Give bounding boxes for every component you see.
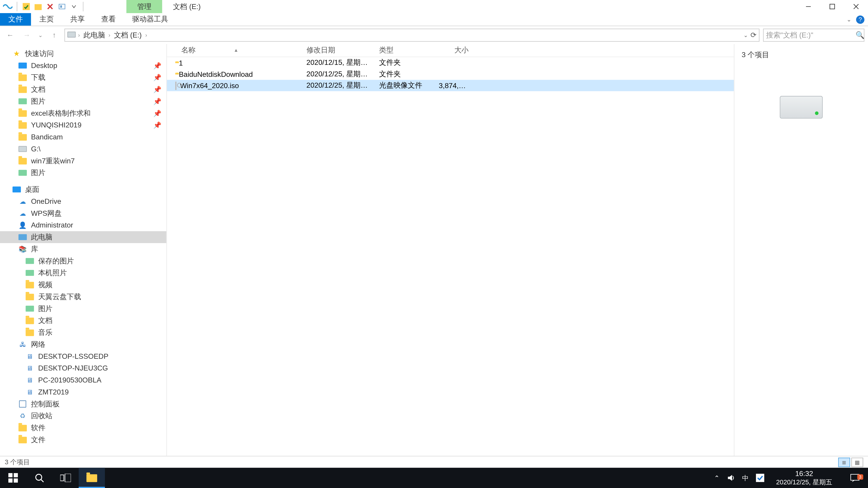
ribbon-tab-file[interactable]: 文件 <box>0 13 31 26</box>
drive-icon <box>18 144 27 154</box>
tree-label: Administrator <box>31 221 73 229</box>
tree-library-item[interactable]: 本机照片 <box>0 267 166 279</box>
folder-icon <box>25 292 35 301</box>
breadcrumb-segment[interactable]: 文档 (E:) <box>113 30 143 40</box>
context-tab-manage[interactable]: 管理 <box>126 0 162 13</box>
tree-network[interactable]: 🖧 网络 <box>0 338 166 350</box>
search-icon[interactable]: 🔍 <box>856 31 865 39</box>
search-box[interactable]: 🔍 <box>763 29 864 42</box>
ribbon-tab-view[interactable]: 查看 <box>93 13 124 26</box>
tree-library-item[interactable]: 天翼云盘下载 <box>0 291 166 303</box>
drive-large-icon <box>780 96 823 119</box>
tree-quick-item[interactable]: 图片 <box>0 167 166 179</box>
ribbon-tab-share[interactable]: 共享 <box>62 13 93 26</box>
tree-desktop-item[interactable]: 📚库 <box>0 243 166 255</box>
taskbar-explorer-button[interactable] <box>79 468 105 488</box>
app-icon[interactable] <box>2 1 13 12</box>
tree-desktop-item[interactable]: ☁WPS网盘 <box>0 207 166 219</box>
tray-ime-indicator[interactable]: 中 <box>742 473 749 482</box>
tree-item[interactable]: 软件 <box>0 422 166 434</box>
tree-quick-item[interactable]: G:\ <box>0 143 166 155</box>
breadcrumb[interactable]: › 此电脑 › 文档 (E:) › ⌄ ⟳ <box>64 29 760 42</box>
ribbon-tab-drive-tools[interactable]: 驱动器工具 <box>124 13 177 26</box>
tree-quick-item[interactable]: 下载📌 <box>0 71 166 84</box>
tree-network-item[interactable]: 🖥ZMT2019 <box>0 386 166 398</box>
tree-quick-access[interactable]: ★ 快速访问 <box>0 48 166 60</box>
tree-desktop-item[interactable]: 此电脑 <box>0 231 166 243</box>
tree-network-item[interactable]: 🖥PC-20190530OBLA <box>0 374 166 386</box>
view-thumbnails-button[interactable]: ▦ <box>851 457 863 467</box>
minimize-button[interactable] <box>797 0 820 13</box>
tree-label: Bandicam <box>31 133 63 141</box>
tree-desktop-item[interactable]: ☁OneDrive <box>0 195 166 207</box>
tray-volume-icon[interactable] <box>726 474 735 482</box>
ribbon-collapse-icon[interactable]: ⌄ <box>846 16 851 23</box>
tree-library-item[interactable]: 保存的图片 <box>0 255 166 267</box>
tree-network-item[interactable]: 🖥DESKTOP-NJEU3CG <box>0 362 166 375</box>
taskbar-search-button[interactable] <box>26 468 53 488</box>
taskbar-date: 2020/12/25, 星期五 <box>776 478 832 486</box>
folder-icon <box>18 132 27 142</box>
column-header-type[interactable]: 类型 <box>373 45 433 55</box>
network-icon: 🖧 <box>18 339 27 349</box>
ribbon-tab-home[interactable]: 主页 <box>31 13 62 26</box>
tree-item[interactable]: ♻回收站 <box>0 410 166 422</box>
tree-desktop-root[interactable]: 桌面 <box>0 184 166 195</box>
chevron-right-icon[interactable]: › <box>107 32 112 38</box>
nav-history-dropdown[interactable]: ⌄ <box>37 29 44 42</box>
tree-quick-item[interactable]: YUNQISHI2019📌 <box>0 119 166 131</box>
column-header-date[interactable]: 修改日期 <box>301 45 373 55</box>
taskbar-clock[interactable]: 16:32 2020/12/25, 星期五 <box>771 470 837 486</box>
qat-separator-2 <box>83 2 84 11</box>
tree-network-item[interactable]: 🖥DESKTOP-LSSOEDP <box>0 350 166 362</box>
column-header-name[interactable]: 名称 ▲ <box>167 45 301 55</box>
nav-forward-button[interactable]: → <box>20 29 33 42</box>
tree-library-item[interactable]: 文档 <box>0 315 166 327</box>
close-button[interactable] <box>844 0 868 13</box>
qat-dropdown-icon[interactable] <box>68 1 79 12</box>
qat-rename-icon[interactable] <box>57 1 67 12</box>
tree-desktop-item[interactable]: 👤Administrator <box>0 219 166 231</box>
tree-quick-item[interactable]: 图片📌 <box>0 95 166 107</box>
tree-item[interactable]: 文件 <box>0 434 166 446</box>
refresh-icon[interactable]: ⟳ <box>750 31 756 39</box>
breadcrumb-segment[interactable]: 此电脑 <box>82 30 106 40</box>
action-center-button[interactable]: 3 <box>844 474 866 482</box>
tree-label: 图片 <box>38 304 53 314</box>
tree-label: 图片 <box>31 96 45 106</box>
tray-app-icon[interactable] <box>756 474 764 482</box>
tree-quick-item[interactable]: Desktop📌 <box>0 60 166 72</box>
folder-icon <box>18 156 27 166</box>
start-button[interactable] <box>0 468 26 488</box>
view-details-button[interactable]: ≣ <box>838 457 850 467</box>
breadcrumb-dropdown-icon[interactable]: ⌄ <box>743 32 748 38</box>
network-icon: 🖥 <box>25 376 35 385</box>
tree-label: OneDrive <box>31 197 61 205</box>
tree-library-item[interactable]: 图片 <box>0 303 166 315</box>
file-row[interactable]: BaiduNetdiskDownload2020/12/25, 星期五 1...… <box>167 68 734 80</box>
search-input[interactable] <box>766 31 856 39</box>
tray-overflow-icon[interactable]: ⌃ <box>714 474 719 482</box>
qat-properties-icon[interactable] <box>21 1 31 12</box>
chevron-right-icon[interactable]: › <box>144 32 148 38</box>
svg-rect-6 <box>14 473 18 477</box>
tree-library-item[interactable]: 音乐 <box>0 326 166 338</box>
task-view-button[interactable] <box>53 468 79 488</box>
file-row[interactable]: 12020/12/15, 星期二 1...文件夹 <box>167 57 734 68</box>
tree-quick-item[interactable]: win7重装win7 <box>0 155 166 167</box>
qat-delete-icon[interactable] <box>45 1 55 12</box>
navigation-tree[interactable]: ★ 快速访问 Desktop📌下载📌文档📌图片📌excel表格制作求和📌YUNQ… <box>0 44 167 456</box>
nav-back-button[interactable]: ← <box>4 29 17 42</box>
chevron-right-icon[interactable]: › <box>77 32 81 38</box>
maximize-button[interactable] <box>820 0 844 13</box>
tree-library-item[interactable]: 视频 <box>0 279 166 291</box>
tree-quick-item[interactable]: 文档📌 <box>0 84 166 95</box>
tree-quick-item[interactable]: Bandicam <box>0 131 166 143</box>
help-icon[interactable]: ? <box>856 15 864 24</box>
column-header-size[interactable]: 大小 <box>433 45 475 55</box>
tree-item[interactable]: 控制面板 <box>0 398 166 410</box>
file-row[interactable]: Win7x64_2020.iso2020/12/25, 星期五 1...光盘映像… <box>167 80 734 91</box>
nav-up-button[interactable]: ↑ <box>48 29 61 42</box>
qat-new-folder-icon[interactable] <box>33 1 43 12</box>
tree-quick-item[interactable]: excel表格制作求和📌 <box>0 107 166 119</box>
